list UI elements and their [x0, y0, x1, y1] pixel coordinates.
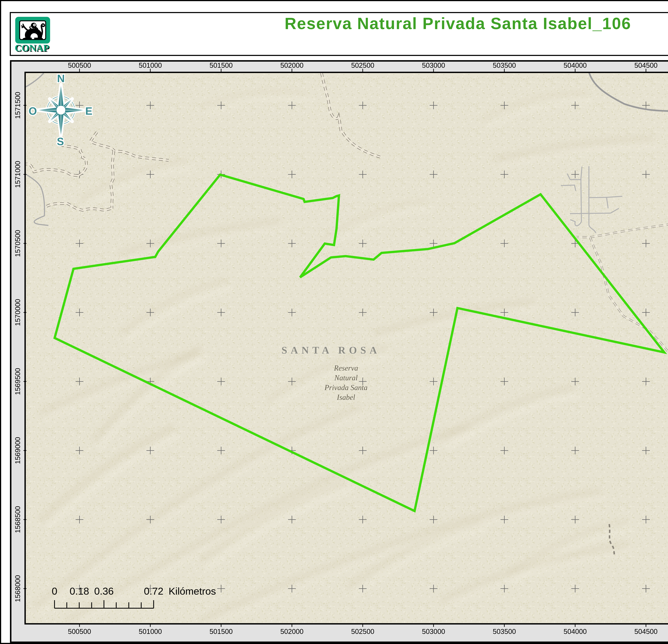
svg-text:0: 0	[52, 585, 57, 597]
svg-text:1571000: 1571000	[14, 161, 21, 188]
svg-text:0.18: 0.18	[70, 585, 89, 597]
svg-text:501500: 501500	[210, 61, 233, 69]
svg-text:N: N	[57, 73, 65, 84]
svg-text:1570500: 1570500	[14, 230, 21, 257]
svg-text:Kilómetros: Kilómetros	[169, 585, 216, 597]
svg-text:0.72: 0.72	[144, 585, 163, 597]
svg-text:1569500: 1569500	[14, 368, 21, 395]
svg-text:502500: 502500	[351, 628, 374, 635]
svg-text:1568000: 1568000	[14, 575, 21, 602]
svg-text:503000: 503000	[422, 61, 445, 69]
svg-text:504500: 504500	[634, 628, 657, 635]
svg-text:Privada Santa: Privada Santa	[324, 383, 367, 392]
svg-text:502500: 502500	[351, 61, 374, 69]
svg-text:CONAP: CONAP	[15, 43, 49, 53]
svg-text:500500: 500500	[68, 61, 91, 69]
svg-text:504000: 504000	[563, 61, 587, 69]
svg-text:Isabel: Isabel	[337, 393, 355, 402]
svg-text:O: O	[29, 105, 37, 117]
svg-text:Natural: Natural	[334, 374, 358, 382]
svg-text:SANTA ROSA: SANTA ROSA	[282, 345, 380, 356]
svg-text:501000: 501000	[139, 61, 162, 69]
svg-text:501000: 501000	[139, 628, 162, 635]
svg-text:Reserva: Reserva	[334, 364, 358, 372]
svg-text:S: S	[57, 136, 64, 147]
svg-text:E: E	[85, 105, 92, 117]
svg-text:501500: 501500	[210, 628, 233, 635]
svg-text:1569000: 1569000	[14, 437, 21, 464]
svg-text:Reserva Natural Privada Santa: Reserva Natural Privada Santa Isabel_106	[285, 14, 631, 33]
svg-text:500500: 500500	[68, 628, 91, 635]
svg-text:503000: 503000	[422, 628, 445, 635]
svg-text:1568500: 1568500	[14, 506, 21, 533]
svg-text:1571500: 1571500	[14, 92, 21, 119]
svg-text:502000: 502000	[280, 61, 304, 69]
svg-text:504500: 504500	[634, 61, 657, 69]
svg-text:504000: 504000	[563, 628, 587, 635]
svg-text:502000: 502000	[280, 628, 304, 635]
svg-text:1570000: 1570000	[14, 299, 21, 326]
svg-text:503500: 503500	[493, 628, 516, 635]
svg-text:503500: 503500	[493, 61, 516, 69]
svg-text:0.36: 0.36	[94, 585, 114, 597]
